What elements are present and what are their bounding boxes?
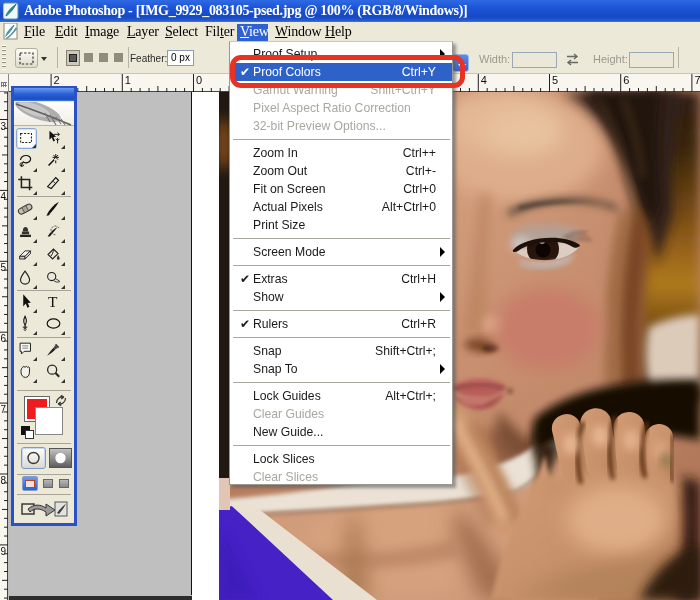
svg-text:5: 5 [1, 262, 7, 273]
svg-text:0: 0 [196, 74, 202, 86]
svg-text:6: 6 [623, 74, 629, 86]
svg-text:7: 7 [694, 74, 700, 86]
svg-text:T: T [48, 293, 58, 310]
svg-text:6: 6 [1, 333, 7, 344]
svg-text:8: 8 [1, 475, 7, 486]
svg-text:3: 3 [1, 121, 7, 132]
svg-text:7: 7 [1, 404, 7, 415]
svg-text:9: 9 [1, 546, 7, 557]
svg-text:4: 4 [1, 191, 7, 202]
svg-text:5: 5 [552, 74, 558, 86]
svg-text:1: 1 [125, 74, 131, 86]
svg-text:4: 4 [481, 74, 487, 86]
svg-text:2: 2 [54, 74, 60, 86]
